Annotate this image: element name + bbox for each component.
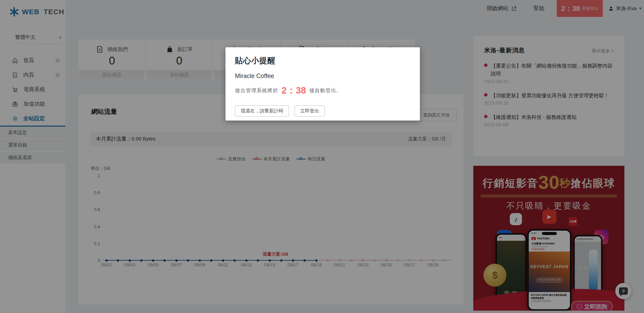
app-root: WEB TECH 繁體中文 ∨ 首頁內頁電商系統加值功能全站設定 基本設定選單目… [0, 0, 644, 313]
modal-body: 後台管理系統將於 2：38 後自動登出。 [235, 84, 410, 97]
modal-title: 貼心小提醒 [235, 55, 410, 66]
modal-body-suffix: 後自動登出。 [309, 87, 342, 94]
modal-countdown: 2：38 [282, 84, 306, 97]
modal-site-name: Miracle Coffee [235, 73, 410, 80]
modal-body-prefix: 後台管理系統將於 [235, 87, 278, 94]
stay-logged-in-button[interactable]: 我還在，請重新計時 [235, 105, 289, 116]
session-timeout-modal: 貼心小提醒 Miracle Coffee 後台管理系統將於 2：38 後自動登出… [225, 47, 420, 121]
modal-actions: 我還在，請重新計時 立即登出 [235, 105, 410, 116]
logout-now-button[interactable]: 立即登出 [294, 105, 325, 116]
